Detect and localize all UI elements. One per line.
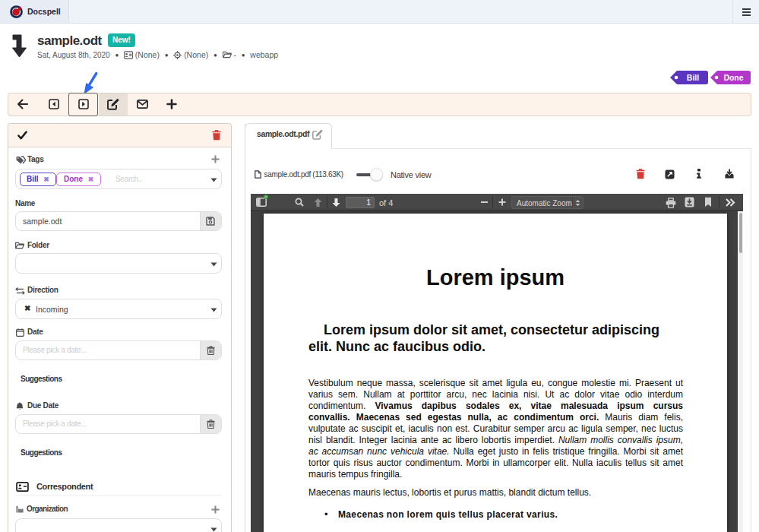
svg-text:Bill: Bill xyxy=(687,73,699,82)
svg-text:Done: Done xyxy=(723,73,743,82)
